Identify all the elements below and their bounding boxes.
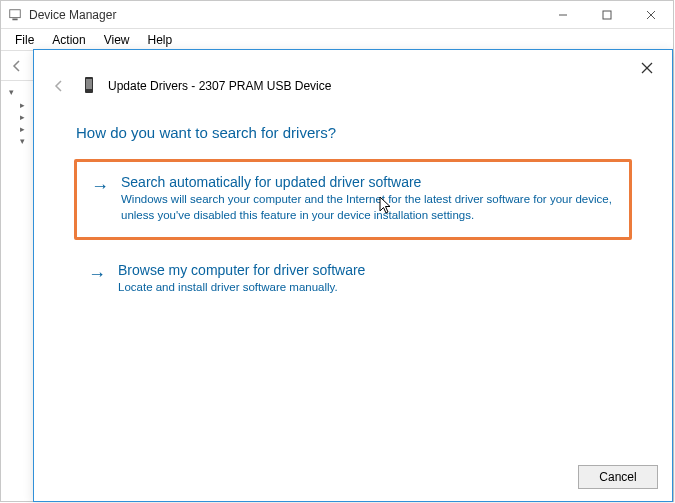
minimize-button[interactable] bbox=[541, 1, 585, 29]
tree-expand-icon[interactable]: ▸ bbox=[20, 100, 30, 110]
option-browse-computer[interactable]: → Browse my computer for driver software… bbox=[74, 250, 632, 310]
update-driver-wizard: Update Drivers - 2307 PRAM USB Device Ho… bbox=[33, 49, 673, 502]
wizard-title: Update Drivers - 2307 PRAM USB Device bbox=[108, 79, 331, 93]
tree-expand-icon[interactable]: ▸ bbox=[20, 124, 30, 134]
tree-collapse-icon[interactable]: ▾ bbox=[9, 87, 19, 97]
device-icon bbox=[80, 74, 98, 98]
option-title: Search automatically for updated driver … bbox=[121, 174, 615, 190]
svg-rect-1 bbox=[12, 18, 17, 20]
wizard-options: → Search automatically for updated drive… bbox=[34, 149, 672, 320]
menu-bar: File Action View Help bbox=[1, 29, 673, 51]
wizard-close-button[interactable] bbox=[632, 56, 662, 80]
tree-expand-icon[interactable]: ▸ bbox=[20, 112, 30, 122]
svg-rect-0 bbox=[10, 9, 21, 17]
arrow-right-icon: → bbox=[91, 176, 109, 223]
cancel-button[interactable]: Cancel bbox=[578, 465, 658, 489]
title-bar: Device Manager bbox=[1, 1, 673, 29]
device-manager-icon bbox=[7, 7, 23, 23]
maximize-button[interactable] bbox=[585, 1, 629, 29]
option-body: Browse my computer for driver software L… bbox=[118, 262, 618, 296]
close-button[interactable] bbox=[629, 1, 673, 29]
menu-view[interactable]: View bbox=[96, 31, 138, 49]
svg-rect-9 bbox=[86, 79, 92, 89]
menu-help[interactable]: Help bbox=[140, 31, 181, 49]
menu-file[interactable]: File bbox=[7, 31, 42, 49]
menu-action[interactable]: Action bbox=[44, 31, 93, 49]
device-manager-window: Device Manager File Action View Help bbox=[0, 0, 674, 502]
tree-collapse-icon[interactable]: ▾ bbox=[20, 136, 30, 146]
option-search-automatically[interactable]: → Search automatically for updated drive… bbox=[74, 159, 632, 240]
arrow-right-icon: → bbox=[88, 264, 106, 296]
toolbar-back-icon[interactable] bbox=[5, 54, 29, 78]
option-description: Windows will search your computer and th… bbox=[121, 192, 615, 223]
option-body: Search automatically for updated driver … bbox=[121, 174, 615, 223]
window-title: Device Manager bbox=[29, 8, 116, 22]
window-controls bbox=[541, 1, 673, 29]
wizard-question: How do you want to search for drivers? bbox=[34, 108, 672, 149]
wizard-back-icon[interactable] bbox=[48, 75, 70, 97]
svg-rect-3 bbox=[603, 11, 611, 19]
option-title: Browse my computer for driver software bbox=[118, 262, 618, 278]
wizard-footer: Cancel bbox=[578, 465, 658, 489]
option-description: Locate and install driver software manua… bbox=[118, 280, 618, 296]
wizard-header: Update Drivers - 2307 PRAM USB Device bbox=[34, 50, 672, 108]
